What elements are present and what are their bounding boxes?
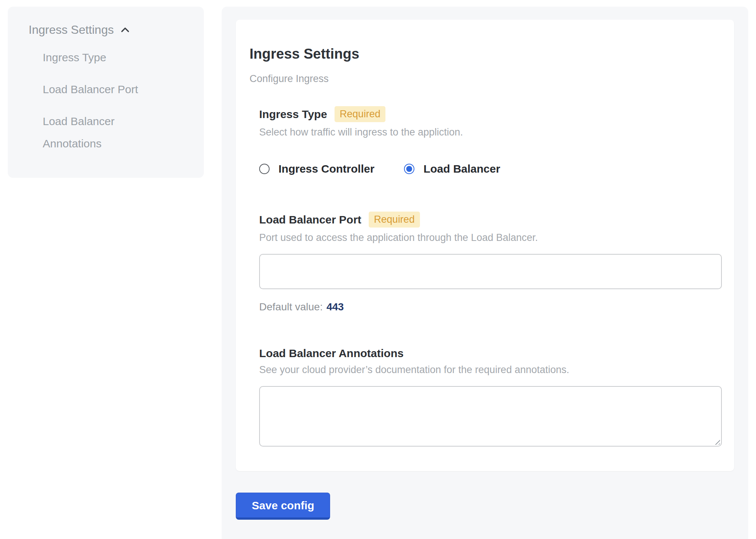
- section-load-balancer-annotations: Load Balancer Annotations See your cloud…: [259, 347, 712, 447]
- lb-port-heading: Load Balancer Port: [259, 213, 361, 226]
- sidebar-item-load-balancer-port[interactable]: Load Balancer Port: [43, 78, 162, 101]
- page-subtitle: Configure Ingress: [250, 73, 712, 85]
- ingress-type-heading: Ingress Type: [259, 108, 327, 121]
- load-balancer-annotations-textarea[interactable]: [259, 386, 722, 447]
- sidebar-item-load-balancer-annotations[interactable]: Load Balancer Annotations: [43, 110, 162, 155]
- chevron-up-icon: [120, 24, 131, 36]
- default-value: 443: [326, 301, 344, 313]
- section-ingress-type: Ingress Type Required Select how traffic…: [259, 106, 712, 175]
- default-value-label: Default value:: [259, 301, 323, 313]
- lb-annotations-textarea-wrap: [259, 386, 722, 447]
- lb-annotations-heading: Load Balancer Annotations: [259, 347, 404, 360]
- sidebar-item-list: Ingress Type Load Balancer Port Load Bal…: [29, 46, 189, 155]
- ingress-type-heading-row: Ingress Type Required: [259, 106, 712, 122]
- required-badge: Required: [369, 212, 420, 228]
- load-balancer-port-input[interactable]: [259, 254, 722, 289]
- default-value-row: Default value:443: [259, 301, 712, 313]
- save-config-button[interactable]: Save config: [236, 493, 330, 520]
- sidebar-item-ingress-type[interactable]: Ingress Type: [43, 46, 162, 69]
- lb-annotations-heading-row: Load Balancer Annotations: [259, 347, 712, 360]
- sidebar-group-ingress-settings[interactable]: Ingress Settings: [29, 23, 189, 37]
- radio-load-balancer[interactable]: [404, 164, 414, 174]
- lb-port-help: Port used to access the application thro…: [259, 232, 712, 244]
- page-title: Ingress Settings: [250, 46, 712, 62]
- required-badge: Required: [335, 106, 386, 122]
- radio-option-ingress-controller[interactable]: Ingress Controller: [259, 163, 374, 175]
- config-sections: Ingress Type Required Select how traffic…: [259, 106, 712, 447]
- settings-nav-sidebar: Ingress Settings Ingress Type Load Balan…: [8, 7, 204, 178]
- config-main-panel: Ingress Settings Configure Ingress Ingre…: [222, 7, 748, 539]
- ingress-type-help: Select how traffic will ingress to the a…: [259, 127, 712, 138]
- radio-label-ingress-controller: Ingress Controller: [278, 163, 374, 175]
- ingress-settings-card: Ingress Settings Configure Ingress Ingre…: [236, 20, 734, 471]
- radio-label-load-balancer: Load Balancer: [423, 163, 500, 175]
- section-load-balancer-port: Load Balancer Port Required Port used to…: [259, 212, 712, 313]
- radio-ingress-controller[interactable]: [259, 164, 270, 174]
- sidebar-group-label: Ingress Settings: [29, 23, 114, 37]
- lb-port-heading-row: Load Balancer Port Required: [259, 212, 712, 228]
- lb-annotations-help: See your cloud provider’s documentation …: [259, 364, 712, 376]
- ingress-type-radio-group: Ingress Controller Load Balancer: [259, 163, 712, 175]
- radio-option-load-balancer[interactable]: Load Balancer: [404, 163, 500, 175]
